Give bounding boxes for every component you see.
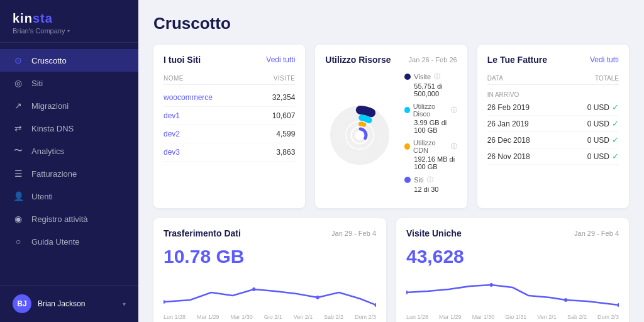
legend-dot-siti [404, 177, 411, 183]
legend-dot-cdn [404, 143, 410, 150]
utilizzo-date: Jan 26 - Feb 26 [409, 56, 457, 64]
avatar: BJ [13, 294, 31, 313]
sidebar-item-kinsta-dns[interactable]: ⇄ Kinsta DNS [0, 117, 138, 140]
check-icon: ✓ [612, 103, 619, 112]
sidebar-item-guida[interactable]: ○ Guida Utente [0, 230, 138, 253]
legend-visite: Visite ⓘ 55,751 di 500,000 [404, 72, 457, 97]
billing-icon: ☰ [13, 168, 24, 179]
chevron-down-icon: ▾ [67, 28, 70, 34]
svg-point-15 [617, 303, 619, 307]
donut-chart [325, 101, 394, 170]
chevron-down-icon: ▾ [123, 301, 126, 308]
check-icon: ✓ [612, 119, 619, 128]
svg-point-10 [316, 296, 319, 299]
svg-point-14 [564, 298, 567, 302]
card-title-siti: I tuoi Siti [164, 55, 201, 65]
visite-chart [406, 274, 619, 311]
utilizzo-body: Visite ⓘ 55,751 di 500,000 Utilizzo Disc… [325, 72, 457, 198]
svg-point-8 [164, 300, 165, 304]
sidebar-footer[interactable]: BJ Brian Jackson ▾ [0, 285, 138, 322]
table-row: dev1 10,607 [164, 107, 295, 125]
card-header-siti: I tuoi Siti Vedi tutti [164, 55, 295, 65]
card-header-visite: Visite Uniche Jan 29 - Feb 4 [406, 228, 619, 238]
legend-cdn: Utilizzo CDN ⓘ 192.16 MB di 100 GB [404, 139, 457, 170]
main-content: Cruscotto I tuoi Siti Vedi tutti NOME VI… [138, 0, 644, 322]
card-title-fatture: Le Tue Fatture [487, 55, 547, 65]
site-link-woocommerce[interactable]: woocommerce [164, 93, 272, 102]
card-title-utilizzo: Utilizzo Risorse [325, 55, 391, 65]
trasferimento-chart [164, 274, 376, 311]
top-cards: I tuoi Siti Vedi tutti NOME VISITE wooco… [153, 45, 629, 208]
users-icon: 👤 [13, 191, 24, 202]
site-link-dev3[interactable]: dev3 [164, 148, 276, 157]
card-i-tuoi-siti: I tuoi Siti Vedi tutti NOME VISITE wooco… [153, 45, 305, 208]
svg-point-12 [406, 291, 408, 294]
trasferimento-sparkline [164, 274, 376, 311]
trasferimento-axis: Lun 1/28 Mar 1/29 Mar 1/30 Gio 2/1 Ven 2… [164, 311, 376, 320]
sidebar-item-cruscotto[interactable]: ⊙ Cruscotto [0, 49, 138, 72]
help-icon: ○ [13, 236, 24, 247]
analytics-icon: 〜 [13, 145, 24, 157]
card-visite-uniche: Visite Uniche Jan 29 - Feb 4 43,628 Lun … [396, 218, 629, 322]
card-header-fatture: Le Tue Fatture Vedi tutti [487, 55, 619, 65]
visite-date: Jan 29 - Feb 4 [574, 230, 619, 237]
card-header-utilizzo: Utilizzo Risorse Jan 26 - Feb 26 [325, 55, 457, 65]
sites-icon: ◎ [13, 77, 24, 89]
vedi-tutti-fatture-link[interactable]: Vedi tutti [590, 55, 619, 64]
card-title-trasferimento: Trasferimento Dati [164, 228, 241, 238]
sidebar-item-migrazioni[interactable]: ↗ Migrazioni [0, 94, 138, 117]
check-icon: ✓ [612, 135, 619, 145]
sidebar-item-siti[interactable]: ◎ Siti [0, 72, 138, 94]
site-link-dev1[interactable]: dev1 [164, 111, 272, 120]
fatture-group-label: IN ARRIVO [487, 87, 619, 99]
bottom-cards: Trasferimento Dati Jan 29 - Feb 4 10.78 … [153, 218, 629, 322]
svg-point-2 [348, 124, 371, 147]
user-name: Brian Jackson [38, 299, 85, 308]
sidebar-item-fatturazione[interactable]: ☰ Fatturazione [0, 162, 138, 185]
sidebar-header: kinsta Brian's Company ▾ [0, 0, 138, 43]
card-header-trasferimento: Trasferimento Dati Jan 29 - Feb 4 [164, 228, 376, 238]
sidebar-nav: ⊙ Cruscotto ◎ Siti ↗ Migrazioni ⇄ Kinsta… [0, 43, 138, 285]
trasferimento-value: 10.78 GB [164, 246, 376, 267]
card-title-visite: Visite Uniche [406, 228, 462, 238]
legend-dot-visite [404, 74, 411, 80]
visite-value: 43,628 [406, 246, 619, 267]
fatture-row: 26 Jan 2019 0 USD ✓ [487, 116, 619, 132]
page-title: Cruscotto [153, 14, 629, 33]
table-row: woocommerce 32,354 [164, 89, 295, 107]
card-utilizzo-risorse: Utilizzo Risorse Jan 26 - Feb 26 [315, 45, 467, 208]
sidebar-item-utenti[interactable]: 👤 Utenti [0, 185, 138, 208]
legend-disco: Utilizzo Disco ⓘ 3.99 GB di 100 GB [404, 103, 457, 134]
legend-dot-disco [404, 107, 409, 113]
check-icon: ✓ [612, 152, 619, 161]
table-row: dev2 4,599 [164, 125, 295, 143]
siti-table-header: NOME VISITE [164, 72, 295, 85]
card-trasferimento: Trasferimento Dati Jan 29 - Feb 4 10.78 … [153, 218, 386, 322]
donut-svg [325, 101, 394, 170]
activity-icon: ◉ [13, 213, 24, 225]
site-link-dev2[interactable]: dev2 [164, 130, 276, 138]
dns-icon: ⇄ [13, 123, 24, 134]
table-row: dev3 3,863 [164, 143, 295, 162]
visite-sparkline [406, 274, 619, 311]
fatture-table-header: DATA TOTALE [487, 72, 619, 85]
fatture-row: 26 Feb 2019 0 USD ✓ [487, 99, 619, 116]
sidebar-item-analytics[interactable]: 〜 Analytics [0, 140, 138, 162]
fatture-row: 26 Dec 2018 0 USD ✓ [487, 132, 619, 148]
fatture-row: 26 Nov 2018 0 USD ✓ [487, 148, 619, 165]
visite-axis: Lun 1/28 Mar 1/29 Mar 1/30 Gio 1/31 Ven … [406, 311, 619, 320]
sidebar-item-registro[interactable]: ◉ Registro attività [0, 208, 138, 230]
migrations-icon: ↗ [13, 100, 24, 111]
utilizzo-legend: Visite ⓘ 55,751 di 500,000 Utilizzo Disc… [404, 72, 457, 198]
company-name[interactable]: Brian's Company ▾ [13, 27, 126, 35]
legend-siti: Siti ⓘ 12 di 30 [404, 175, 457, 193]
svg-point-9 [252, 287, 255, 291]
dashboard-icon: ⊙ [13, 55, 24, 66]
trasferimento-date: Jan 29 - Feb 4 [331, 230, 376, 237]
svg-point-13 [490, 283, 493, 287]
vedi-tutti-siti-link[interactable]: Vedi tutti [266, 55, 295, 64]
sidebar: kinsta Brian's Company ▾ ⊙ Cruscotto ◎ S… [0, 0, 138, 322]
logo: kinsta [13, 11, 126, 26]
card-fatture: Le Tue Fatture Vedi tutti DATA TOTALE IN… [477, 45, 629, 208]
